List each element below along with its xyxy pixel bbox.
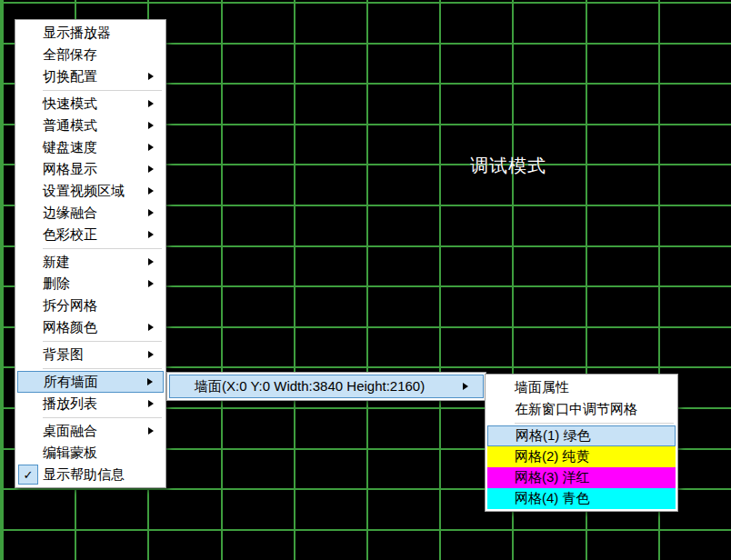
menu-item-label: 删除 (43, 275, 70, 293)
menu-item-label: 网格(4) 青色 (515, 490, 590, 507)
menu-item-label: 快速模式 (43, 95, 97, 113)
menu-item-label: 网格颜色 (43, 319, 97, 336)
menu-item-new[interactable]: 新建 (17, 251, 164, 273)
menu-item-playlist[interactable]: 播放列表 (17, 393, 164, 415)
menu-item-label: 显示帮助信息 (43, 466, 125, 484)
menu-item-label: 网格(3) 洋红 (515, 469, 590, 486)
menu-item-label: 色彩校正 (43, 226, 97, 244)
menu-item-label: 拆分网格 (43, 297, 97, 315)
submenu-arrow-icon (147, 378, 153, 385)
submenu-arrow-icon (148, 187, 154, 195)
menu-item-label: 全部保存 (43, 46, 97, 64)
menu-item-label: 编辑蒙板 (43, 445, 97, 462)
menu-item-fast-mode[interactable]: 快速模式 (17, 93, 164, 115)
main-context-menu: 显示播放器 全部保存 切换配置 快速模式 普通模式 键盘速度 网格显示 设置视频… (15, 19, 166, 488)
menu-item-grid-1-green[interactable]: 网格(1) 绿色 (487, 425, 676, 446)
menu-item-wall-dimensions[interactable]: 墙面(X:0 Y:0 Width:3840 Height:2160) (169, 375, 484, 398)
submenu-arrow-icon (463, 383, 468, 390)
wall-submenu: 墙面(X:0 Y:0 Width:3840 Height:2160) (166, 372, 486, 401)
menu-item-label: 在新窗口中调节网格 (515, 401, 637, 418)
menu-item-delete[interactable]: 删除 (17, 273, 164, 295)
submenu-arrow-icon (148, 231, 154, 238)
menu-item-label: 所有墙面 (44, 374, 98, 391)
menu-item-grid-3-magenta[interactable]: 网格(3) 洋红 (487, 467, 676, 488)
menu-item-label: 桌面融合 (43, 423, 97, 440)
submenu-arrow-icon (148, 351, 154, 358)
check-icon: ✓ (18, 465, 38, 485)
menu-item-grid-2-yellow[interactable]: 网格(2) 纯黄 (487, 446, 676, 467)
submenu-arrow-icon (148, 280, 154, 287)
menu-item-show-player[interactable]: 显示播放器 (17, 22, 164, 44)
menu-item-label: 设置视频区域 (43, 183, 125, 200)
menu-item-all-walls[interactable]: 所有墙面 (17, 371, 164, 393)
submenu-arrow-icon (148, 144, 154, 151)
menu-item-split-grid[interactable]: 拆分网格 (17, 295, 164, 316)
menu-item-save-all[interactable]: 全部保存 (17, 44, 164, 65)
menu-item-color-correction[interactable]: 色彩校正 (17, 224, 164, 245)
menu-item-edit-mask[interactable]: 编辑蒙板 (17, 442, 164, 464)
menu-item-label: 背景图 (43, 346, 84, 364)
menu-item-label: 网格(1) 绿色 (516, 427, 591, 445)
debug-mode-label: 调试模式 (470, 154, 546, 178)
submenu-arrow-icon (148, 165, 154, 173)
submenu-arrow-icon (148, 73, 154, 80)
menu-item-show-help-info[interactable]: ✓ 显示帮助信息 (17, 464, 164, 485)
grid-submenu: 墙面属性 在新窗口中调节网格 网格(1) 绿色 网格(2) 纯黄 网格(3) 洋… (485, 374, 678, 512)
menu-item-label: 网格(2) 纯黄 (515, 448, 590, 465)
menu-item-grid-display[interactable]: 网格显示 (17, 158, 164, 180)
menu-item-keyboard-speed[interactable]: 键盘速度 (17, 136, 164, 158)
menu-item-label: 键盘速度 (43, 139, 97, 156)
menu-item-grid-color[interactable]: 网格颜色 (17, 316, 164, 338)
submenu-arrow-icon (148, 122, 154, 129)
menu-item-label: 网格显示 (43, 161, 97, 178)
menu-item-adjust-grid-new-window[interactable]: 在新窗口中调节网格 (487, 398, 676, 420)
menu-item-background-image[interactable]: 背景图 (17, 344, 164, 365)
menu-item-edge-blending[interactable]: 边缘融合 (17, 202, 164, 224)
menu-item-set-video-area[interactable]: 设置视频区域 (17, 180, 164, 202)
menu-item-wall-properties[interactable]: 墙面属性 (487, 376, 676, 398)
menu-item-grid-4-cyan[interactable]: 网格(4) 青色 (487, 488, 676, 509)
submenu-arrow-icon (148, 100, 154, 107)
menu-item-label: 边缘融合 (43, 205, 97, 222)
menu-item-normal-mode[interactable]: 普通模式 (17, 115, 164, 136)
menu-item-label: 切换配置 (43, 68, 97, 85)
menu-item-desktop-blending[interactable]: 桌面融合 (17, 420, 164, 442)
menu-item-label: 墙面(X:0 Y:0 Width:3840 Height:2160) (195, 378, 425, 395)
submenu-arrow-icon (148, 400, 154, 407)
submenu-arrow-icon (148, 427, 154, 435)
submenu-arrow-icon (148, 324, 154, 331)
submenu-arrow-icon (148, 209, 154, 216)
menu-item-label: 播放列表 (43, 395, 97, 413)
menu-item-label: 墙面属性 (515, 379, 569, 396)
menu-item-switch-config[interactable]: 切换配置 (17, 65, 164, 87)
menu-item-label: 普通模式 (43, 117, 97, 135)
menu-item-label: 新建 (43, 254, 70, 271)
menu-item-label: 显示播放器 (43, 25, 111, 42)
submenu-arrow-icon (148, 258, 154, 265)
